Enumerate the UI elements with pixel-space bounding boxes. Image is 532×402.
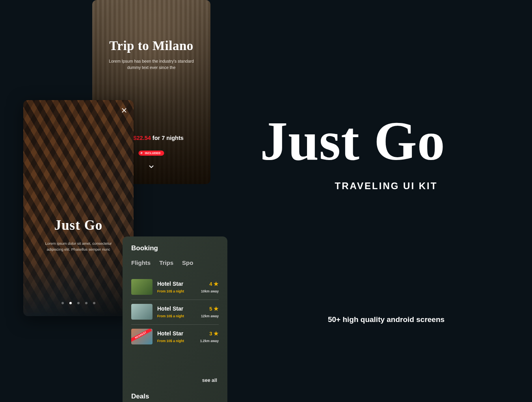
- tab-spo[interactable]: Spo: [182, 259, 193, 266]
- page-dot[interactable]: [77, 302, 80, 304]
- hotel-name: Hotel Star: [157, 305, 201, 312]
- hotel-distance: 1.2km away: [200, 339, 219, 343]
- hotel-price: From 10$ a night: [157, 289, 201, 293]
- hotel-rating: 5 ★: [201, 305, 219, 312]
- splash-subtitle: Lorem ipsum dolor sit amet, consectetur …: [39, 240, 118, 252]
- close-icon[interactable]: [121, 107, 127, 114]
- hotel-price: From 10$ a night: [157, 339, 200, 343]
- booking-tabs: Flights Trips Spo: [131, 259, 193, 266]
- hotel-distance: 12km away: [201, 314, 219, 318]
- hotel-price: From 10$ a night: [157, 314, 201, 318]
- hero-title: Just Go: [260, 114, 512, 169]
- list-item[interactable]: Hotel Star From 10$ a night 4 ★ 10km awa…: [131, 275, 219, 300]
- hotel-distance: 10km away: [201, 289, 219, 293]
- hero-image-architecture: [23, 100, 134, 316]
- page-dot[interactable]: [85, 302, 87, 304]
- hero-block: Just Go TRAVELING UI KIT: [260, 114, 512, 192]
- page-dots: [61, 302, 95, 304]
- trip-subtitle: Lorem Ipsum has been the industry's stan…: [107, 58, 195, 71]
- screen-splash: Just Go Lorem ipsum dolor sit amet, cons…: [23, 100, 134, 316]
- nearest-badge: NEAREST: [131, 329, 152, 342]
- hotel-thumbnail: [131, 304, 153, 320]
- tab-trips[interactable]: Trips: [159, 259, 173, 266]
- rating-value: 4: [209, 281, 212, 287]
- hotel-list: Hotel Star From 10$ a night 4 ★ 10km awa…: [131, 275, 219, 349]
- deals-title: Deals: [131, 393, 149, 400]
- star-icon: ★: [214, 330, 219, 337]
- hotel-thumbnail: NEAREST: [131, 329, 153, 344]
- rating-value: 3: [209, 331, 212, 337]
- hotel-thumbnail: [131, 279, 153, 295]
- included-label: INCLUDED: [145, 152, 160, 154]
- tab-flights[interactable]: Flights: [131, 259, 151, 266]
- chevron-down-icon[interactable]: [148, 163, 155, 170]
- see-all-link[interactable]: see all: [202, 378, 217, 383]
- hero-subtitle: TRAVELING UI KIT: [260, 181, 512, 192]
- page-dot-active[interactable]: [69, 302, 72, 304]
- list-item[interactable]: NEAREST Hotel Star From 10$ a night 3 ★ …: [131, 325, 219, 349]
- star-icon: ★: [214, 281, 219, 287]
- price-amount: $22.54: [133, 135, 151, 141]
- hero-caption: 50+ high quality android screens: [260, 315, 512, 324]
- booking-title: Booking: [131, 244, 158, 252]
- hotel-name: Hotel Star: [157, 330, 200, 337]
- hotel-rating: 4 ★: [201, 281, 219, 287]
- price-suffix: for 7 nights: [151, 135, 184, 141]
- page-dot[interactable]: [61, 302, 64, 304]
- trip-title: Trip to Milano: [92, 39, 210, 53]
- screen-booking: Booking Flights Trips Spo Hotel Star Fro…: [123, 236, 227, 402]
- list-item[interactable]: Hotel Star From 10$ a night 5 ★ 12km awa…: [131, 300, 219, 325]
- included-badge[interactable]: INCLUDED: [138, 151, 164, 156]
- splash-title: Just Go: [23, 218, 134, 233]
- page-dot[interactable]: [93, 302, 95, 304]
- rating-value: 5: [209, 306, 212, 312]
- star-icon: ★: [214, 305, 219, 312]
- hotel-name: Hotel Star: [157, 281, 201, 287]
- hotel-rating: 3 ★: [200, 330, 219, 337]
